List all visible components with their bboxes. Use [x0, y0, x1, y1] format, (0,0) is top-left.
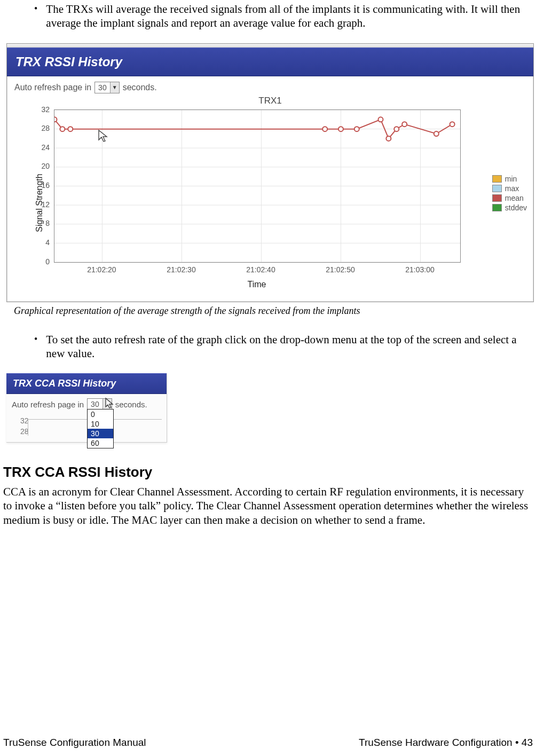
- refresh-interval-dropdown[interactable]: 30 ▼: [94, 82, 120, 93]
- svg-point-22: [394, 127, 399, 131]
- y-tick-label: 16: [41, 181, 50, 190]
- figure-caption: Graphical representation of the average …: [14, 305, 522, 317]
- footer-left: TruSense Configuration Manual: [3, 737, 146, 749]
- legend-item: min: [492, 175, 527, 183]
- svg-point-16: [68, 127, 73, 131]
- figure-refresh-dropdown: TRX CCA RSSI History Auto refresh page i…: [6, 373, 167, 443]
- legend-label: min: [505, 175, 517, 183]
- legend-swatch: [492, 194, 502, 202]
- panel-title: TRX RSSI History: [7, 48, 533, 76]
- dropdown-option[interactable]: 10: [88, 419, 113, 429]
- svg-point-23: [402, 122, 407, 127]
- dropdown-option[interactable]: 0: [88, 410, 113, 419]
- bullet-item: • The TRXs will average the received sig…: [34, 2, 533, 30]
- chart-title: TRX1: [12, 93, 528, 109]
- legend-swatch: [492, 204, 502, 211]
- figure-trx-rssi-history: TRX RSSI History Auto refresh page in 30…: [6, 43, 534, 302]
- x-tick-label: 21:02:50: [326, 265, 355, 274]
- refresh-label-suffix: seconds.: [123, 83, 157, 92]
- y-tick-label: 8: [45, 219, 50, 227]
- page-footer: TruSense Configuration Manual TruSense H…: [3, 737, 533, 749]
- refresh-label-prefix: Auto refresh page in: [14, 83, 91, 92]
- dropdown-option[interactable]: 30: [88, 429, 113, 438]
- chart-svg: [54, 110, 460, 262]
- legend-item: stddev: [492, 203, 527, 212]
- chart-plot-area[interactable]: [54, 109, 461, 263]
- dropdown-options[interactable]: 0103060: [87, 409, 114, 448]
- x-tick-label: 21:03:00: [405, 265, 435, 274]
- x-tick-label: 21:02:20: [87, 265, 116, 274]
- chevron-down-icon: ▼: [110, 82, 119, 93]
- footer-right: TruSense Hardware Configuration • 43: [359, 737, 533, 749]
- legend-label: max: [505, 184, 519, 193]
- svg-point-24: [434, 131, 439, 136]
- legend-swatch: [492, 185, 502, 192]
- legend-label: mean: [505, 194, 524, 202]
- section-body: CCA is an acronym for Clear Channel Asse…: [3, 485, 533, 527]
- refresh-label-suffix: seconds.: [115, 400, 147, 409]
- panel-title: TRX CCA RSSI History: [6, 373, 167, 394]
- legend-item: mean: [492, 194, 527, 202]
- x-tick-label: 21:02:30: [167, 265, 196, 274]
- svg-point-17: [322, 127, 327, 131]
- svg-point-21: [386, 136, 391, 140]
- svg-point-15: [60, 127, 65, 131]
- bullet-text: To set the auto refresh rate of the grap…: [46, 333, 533, 361]
- svg-point-20: [378, 117, 383, 122]
- y-tick-label: 4: [45, 238, 50, 247]
- legend-item: max: [492, 184, 527, 193]
- refresh-interval-dropdown[interactable]: 30 ▼: [87, 398, 112, 410]
- bullet-marker: •: [34, 2, 37, 15]
- y-tick-label: 24: [41, 143, 50, 152]
- bullet-marker: •: [34, 333, 37, 346]
- dropdown-value: 30: [95, 83, 110, 92]
- chart-xlabel: Time: [54, 278, 460, 289]
- svg-point-14: [54, 117, 57, 122]
- x-tick-label: 21:02:40: [246, 265, 275, 274]
- svg-point-25: [450, 122, 455, 127]
- y-tick-label: 28: [14, 425, 29, 439]
- chart-legend: minmaxmeanstddev: [492, 174, 527, 213]
- bullet-text: The TRXs will average the received signa…: [46, 2, 533, 30]
- y-tick-label: 28: [41, 124, 50, 132]
- legend-swatch: [492, 175, 502, 183]
- svg-point-19: [354, 127, 359, 131]
- svg-point-18: [338, 127, 343, 131]
- legend-label: stddev: [505, 203, 527, 212]
- dropdown-value: 30: [88, 400, 103, 408]
- chevron-down-icon: ▼: [103, 399, 112, 410]
- section-heading: TRX CCA RSSI History: [3, 464, 533, 481]
- chart-trx1: TRX1 Signal Strength 048121620242832 21:…: [12, 93, 528, 296]
- y-tick-label: 32: [41, 105, 50, 114]
- dropdown-option[interactable]: 60: [88, 438, 113, 448]
- refresh-label-prefix: Auto refresh page in: [12, 400, 84, 409]
- y-tick-label: 20: [41, 162, 50, 170]
- bullet-item: • To set the auto refresh rate of the gr…: [34, 333, 533, 361]
- y-tick-label: 0: [45, 257, 50, 266]
- chart-y-ticks: 048121620242832: [36, 109, 52, 262]
- y-tick-label: 12: [41, 200, 50, 209]
